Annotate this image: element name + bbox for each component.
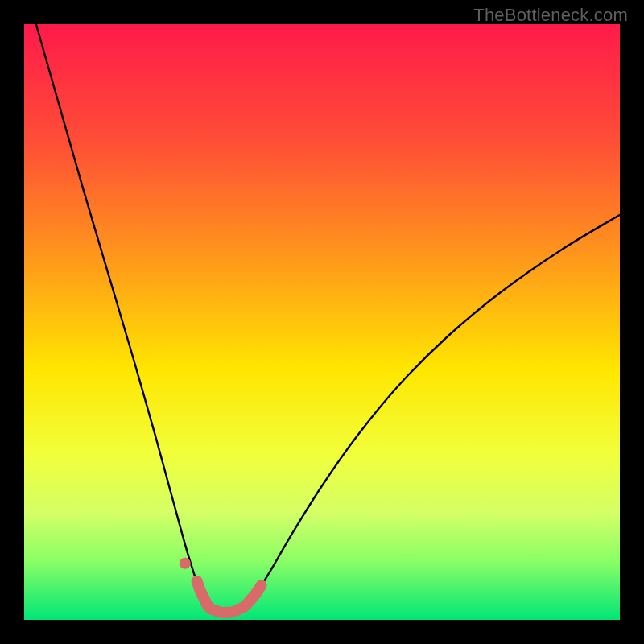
highlight-dot-icon <box>180 558 191 569</box>
chart-frame: TheBottleneck.com <box>0 0 644 644</box>
watermark-text: TheBottleneck.com <box>473 5 628 26</box>
gradient-background <box>24 24 620 620</box>
chart-plot-area <box>24 24 620 620</box>
bottleneck-curve-chart <box>24 24 620 620</box>
